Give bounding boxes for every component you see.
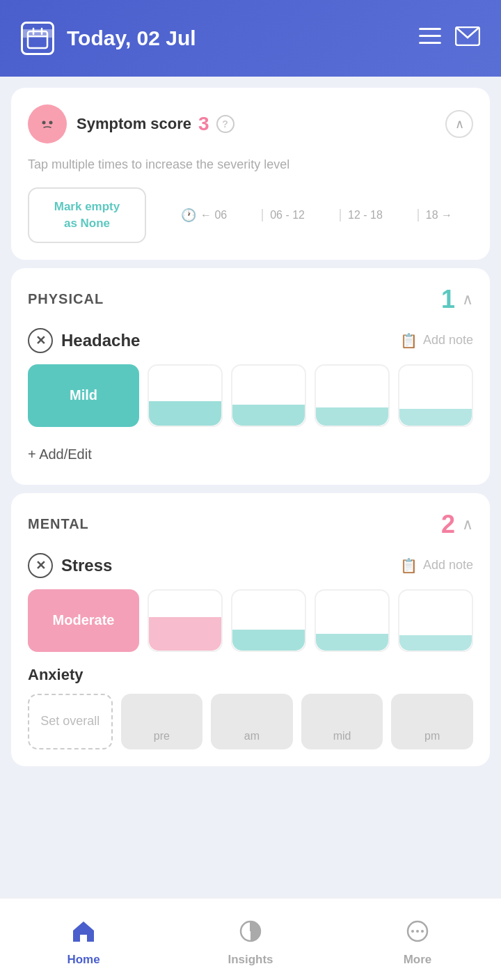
anxiety-block-pre[interactable]: pre	[121, 694, 203, 749]
nav-home[interactable]: Home	[0, 912, 167, 967]
svg-rect-6	[419, 42, 441, 44]
score-label: Symptom score 3 ?	[77, 113, 234, 135]
header-left: Today, 02 Jul	[21, 22, 196, 55]
stress-block-1[interactable]	[148, 589, 223, 652]
nav-insights-label: Insights	[228, 953, 273, 967]
svg-point-16	[411, 930, 414, 933]
headache-remove-button[interactable]: ✕	[28, 328, 53, 353]
headache-level-button[interactable]: Mild	[28, 364, 139, 427]
stress-block-2[interactable]	[231, 589, 306, 652]
anxiety-label: Anxiety	[28, 666, 473, 684]
mental-header: MENTAL 2 ∧	[28, 510, 473, 539]
header-title: Today, 02 Jul	[67, 26, 196, 50]
stress-left: ✕ Stress	[28, 553, 112, 578]
calendar-icon[interactable]	[21, 22, 54, 55]
anxiety-block-am[interactable]: am	[211, 694, 293, 749]
anxiety-set-overall-button[interactable]: Set overall	[28, 694, 113, 749]
stress-note-icon: 📋	[400, 557, 418, 574]
collapse-button[interactable]: ∧	[445, 110, 473, 138]
mental-score: 2	[441, 510, 455, 539]
note-icon: 📋	[400, 332, 418, 349]
info-circle-icon[interactable]: ?	[216, 115, 234, 133]
svg-point-10	[42, 121, 46, 125]
svg-point-11	[49, 121, 53, 125]
svg-point-18	[421, 930, 424, 933]
svg-rect-5	[419, 35, 441, 37]
physical-score: 1	[441, 285, 455, 314]
headache-block-3[interactable]	[315, 364, 390, 427]
physical-header: PHYSICAL 1 ∧	[28, 285, 473, 314]
time-seg-clock: 🕐 ← 06	[174, 208, 234, 223]
headache-block-4[interactable]	[398, 364, 473, 427]
bottom-nav: Home Insights More	[0, 898, 501, 980]
score-header: Symptom score 3 ? ∧	[28, 104, 473, 143]
avatar	[28, 104, 67, 143]
stress-row: ✕ Stress 📋 Add note	[28, 553, 473, 578]
time-seg-2[interactable]: 12 - 18	[340, 209, 390, 221]
home-icon	[71, 919, 96, 949]
headache-row: ✕ Headache 📋 Add note	[28, 328, 473, 353]
symptom-score-card: Symptom score 3 ? ∧ Tap multiple times t…	[11, 88, 490, 260]
svg-rect-0	[28, 31, 47, 48]
mental-section: MENTAL 2 ∧ ✕ Stress 📋 Add note Moderate	[11, 493, 490, 766]
physical-score-right: 1 ∧	[441, 285, 473, 314]
anxiety-blocks: Set overall pre am mid pm	[28, 694, 473, 749]
headache-add-note-button[interactable]: 📋 Add note	[400, 332, 473, 349]
time-controls: Mark empty as None 🕐 ← 06 06 - 12 12 - 1…	[28, 187, 473, 243]
header-right	[419, 26, 480, 51]
anxiety-block-mid[interactable]: mid	[301, 694, 383, 749]
stress-add-note-button[interactable]: 📋 Add note	[400, 557, 473, 574]
mental-score-right: 2 ∧	[441, 510, 473, 539]
stress-level-button[interactable]: Moderate	[28, 589, 139, 652]
add-edit-physical-button[interactable]: + Add/Edit	[28, 441, 473, 468]
headache-block-2[interactable]	[231, 364, 306, 427]
time-seg-1[interactable]: 06 - 12	[262, 209, 312, 221]
stress-block-4[interactable]	[398, 589, 473, 652]
physical-collapse-icon[interactable]: ∧	[462, 290, 473, 309]
anxiety-block-pm[interactable]: pm	[391, 694, 473, 749]
nav-home-label: Home	[67, 953, 100, 967]
physical-section: PHYSICAL 1 ∧ ✕ Headache 📋 Add note Mild	[11, 268, 490, 485]
time-seg-3[interactable]: 18 →	[418, 209, 459, 221]
headache-time-blocks: Mild	[28, 364, 473, 427]
more-icon	[406, 919, 429, 949]
mark-empty-button[interactable]: Mark empty as None	[28, 187, 146, 243]
score-left: Symptom score 3 ?	[28, 104, 234, 143]
mental-title: MENTAL	[28, 516, 89, 532]
headache-left: ✕ Headache	[28, 328, 140, 353]
headache-label: Headache	[61, 331, 140, 350]
stress-label: Stress	[61, 556, 112, 575]
mental-collapse-icon[interactable]: ∧	[462, 515, 473, 534]
nav-more-label: More	[404, 953, 432, 967]
headache-block-1[interactable]	[148, 364, 223, 427]
stress-remove-button[interactable]: ✕	[28, 553, 53, 578]
nav-more[interactable]: More	[334, 912, 501, 967]
svg-point-17	[416, 930, 419, 933]
svg-rect-4	[419, 28, 441, 30]
stress-block-3[interactable]	[315, 589, 390, 652]
mail-icon[interactable]	[455, 26, 480, 51]
tap-hint: Tap multiple times to increase the sever…	[28, 156, 473, 173]
header: Today, 02 Jul	[0, 0, 501, 77]
insights-icon	[239, 919, 262, 949]
time-segments: 🕐 ← 06 06 - 12 12 - 18 18 →	[160, 208, 473, 223]
physical-title: PHYSICAL	[28, 291, 104, 307]
main-content: Symptom score 3 ? ∧ Tap multiple times t…	[0, 77, 501, 876]
stress-time-blocks: Moderate	[28, 589, 473, 652]
anxiety-row: Anxiety Set overall pre am mid pm	[28, 666, 473, 749]
clock-icon: 🕐	[181, 208, 196, 223]
score-number: 3	[198, 113, 209, 135]
menu-icon[interactable]	[419, 27, 441, 49]
nav-insights[interactable]: Insights	[167, 912, 334, 967]
svg-point-9	[38, 114, 57, 133]
